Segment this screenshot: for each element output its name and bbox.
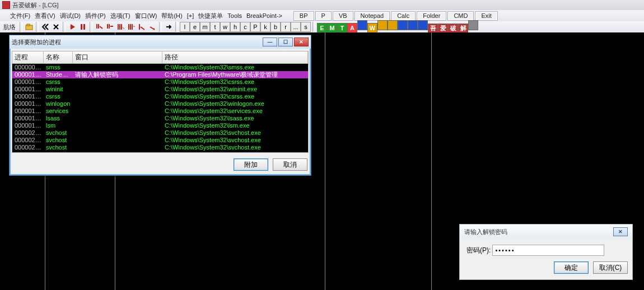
close-button[interactable]: ✕ bbox=[613, 227, 628, 236]
trace-into-icon[interactable] bbox=[115, 22, 125, 32]
menu-item[interactable]: 帮助(H) bbox=[159, 12, 184, 20]
menu-item[interactable]: 窗口(W) bbox=[133, 12, 160, 20]
cancel-button[interactable]: 取消 bbox=[273, 158, 307, 171]
key-button[interactable]: k bbox=[260, 22, 270, 32]
top-button[interactable]: BP bbox=[293, 11, 314, 21]
svg-rect-13 bbox=[132, 24, 133, 30]
color-button[interactable]: W bbox=[367, 23, 377, 33]
separator bbox=[159, 22, 162, 32]
rewind-icon[interactable] bbox=[40, 22, 50, 32]
close-icon[interactable] bbox=[51, 22, 61, 32]
color-button[interactable] bbox=[408, 20, 418, 30]
table-row[interactable]: 000001C8lsassC:\Windows\System32\lsass.e… bbox=[12, 115, 308, 122]
key-button[interactable]: t bbox=[210, 22, 220, 32]
separator bbox=[36, 22, 39, 32]
table-row[interactable]: 000001C0servicesC:\Windows\System32\serv… bbox=[12, 107, 308, 115]
open-icon[interactable] bbox=[24, 22, 34, 32]
menu-item[interactable]: 快捷菜单 bbox=[196, 12, 225, 20]
col-name[interactable]: 名称 bbox=[44, 52, 73, 63]
top-button[interactable]: CMD bbox=[447, 11, 474, 21]
list-header: 进程 名称 窗口 路径 bbox=[12, 51, 309, 63]
key-button[interactable]: ... bbox=[291, 22, 301, 32]
pause-icon[interactable] bbox=[78, 22, 88, 32]
top-button[interactable]: Folder bbox=[417, 11, 446, 21]
separator bbox=[90, 22, 92, 32]
top-button[interactable]: Calc bbox=[391, 11, 416, 21]
dialog-titlebar[interactable]: 选择要附加的进程 — ☐ ✕ bbox=[10, 35, 311, 49]
ok-button[interactable]: 确定 bbox=[554, 261, 589, 274]
menu-item[interactable]: BreakPoint-> bbox=[244, 12, 284, 20]
menu-item[interactable]: 查看(V) bbox=[32, 12, 58, 20]
run-till-ret-icon[interactable] bbox=[137, 22, 147, 32]
status-label: 肮络 bbox=[1, 23, 18, 31]
svg-rect-5 bbox=[98, 24, 99, 29]
table-row[interactable]: 000001D0lsmC:\Windows\System32\lsm.exe bbox=[12, 122, 308, 129]
play-icon[interactable] bbox=[67, 22, 77, 32]
key-button[interactable]: w bbox=[220, 22, 230, 32]
color-button[interactable] bbox=[377, 20, 388, 30]
col-window[interactable]: 窗口 bbox=[73, 52, 162, 63]
dialog-titlebar[interactable]: 请输入解锁密码 ✕ bbox=[460, 224, 632, 239]
key-button[interactable]: P bbox=[250, 22, 260, 32]
attach-dialog: 选择要附加的进程 — ☐ ✕ 进程 名称 窗口 路径 000000D4smssC… bbox=[9, 35, 311, 176]
table-row[interactable]: 00000314svchostC:\Windows\System32\svcho… bbox=[12, 151, 308, 153]
color-button[interactable] bbox=[357, 20, 367, 30]
top-button[interactable]: P bbox=[315, 11, 332, 21]
menu-item[interactable]: 插件(P) bbox=[83, 12, 108, 20]
menu-item[interactable]: Tools bbox=[225, 12, 244, 20]
step-into-icon[interactable] bbox=[94, 22, 104, 32]
color-button[interactable] bbox=[398, 20, 408, 30]
table-row[interactable]: 00000158wininitC:\Windows\System32\winin… bbox=[12, 86, 308, 93]
col-pid[interactable]: 进程 bbox=[12, 52, 44, 63]
pane-splitter[interactable] bbox=[325, 32, 325, 290]
minimize-button[interactable]: — bbox=[263, 38, 277, 46]
key-button[interactable]: e bbox=[190, 22, 200, 32]
svg-rect-6 bbox=[107, 24, 108, 29]
table-row[interactable]: 000000D4smssC:\Windows\System32\smss.exe bbox=[12, 64, 308, 71]
menu-item[interactable]: 选项(T) bbox=[108, 12, 133, 20]
password-dialog: 请输入解锁密码 ✕ 密码(P): 确定 取消(C) bbox=[459, 224, 633, 280]
top-button[interactable]: Exit bbox=[475, 11, 497, 21]
goto-icon[interactable] bbox=[164, 22, 174, 32]
maximize-button[interactable]: ☐ bbox=[278, 38, 293, 46]
menu-item[interactable]: [+] bbox=[185, 12, 197, 20]
table-row[interactable]: 00000160csrssC:\Windows\System32\csrss.e… bbox=[12, 93, 308, 100]
table-row[interactable]: 000002ACsvchostC:\Windows\System32\svcho… bbox=[12, 144, 308, 151]
key-button[interactable]: r bbox=[281, 22, 291, 32]
menu-item[interactable]: 文件(F) bbox=[8, 12, 32, 20]
key-button[interactable]: l bbox=[180, 22, 190, 32]
top-button[interactable]: VB bbox=[333, 11, 353, 21]
key-button[interactable]: c bbox=[240, 22, 250, 32]
col-path[interactable]: 路径 bbox=[162, 52, 308, 63]
color-button[interactable] bbox=[388, 20, 398, 30]
trace-over-icon[interactable] bbox=[126, 22, 136, 32]
key-button[interactable]: h bbox=[230, 22, 240, 32]
color-button[interactable]: M bbox=[327, 23, 337, 33]
attach-button[interactable]: 附加 bbox=[234, 158, 268, 171]
color-button[interactable]: A bbox=[347, 23, 357, 33]
table-row[interactable]: 0000023CsvchostC:\Windows\System32\svcho… bbox=[12, 129, 308, 137]
menu-item[interactable]: 调试(D) bbox=[58, 12, 83, 20]
color-button[interactable]: E bbox=[317, 23, 327, 33]
top-button[interactable]: Notepad bbox=[354, 11, 390, 21]
table-row[interactable]: 00000288svchostC:\Windows\System32\svcho… bbox=[12, 137, 308, 144]
svg-rect-7 bbox=[109, 24, 110, 29]
key-button[interactable]: b bbox=[270, 22, 281, 32]
key-button[interactable]: m bbox=[200, 22, 210, 32]
key-button[interactable]: s bbox=[301, 22, 311, 32]
separator bbox=[175, 22, 178, 32]
table-row[interactable]: 00000124StudentM请输入解锁密码C:\Program Files\… bbox=[12, 71, 308, 78]
cancel-button[interactable]: 取消(C) bbox=[593, 261, 628, 274]
color-button[interactable]: T bbox=[337, 23, 347, 33]
close-button[interactable]: ✕ bbox=[294, 38, 309, 46]
color-button[interactable] bbox=[468, 20, 478, 30]
separator bbox=[63, 22, 66, 32]
color-button[interactable] bbox=[418, 20, 428, 30]
table-row[interactable]: 00000184winlogonC:\Windows\System32\winl… bbox=[12, 100, 308, 107]
table-row[interactable]: 00000130csrssC:\Windows\System32\csrss.e… bbox=[12, 78, 308, 86]
run-icon[interactable] bbox=[147, 22, 157, 32]
pane-splitter[interactable] bbox=[431, 32, 432, 290]
password-input[interactable] bbox=[492, 245, 604, 256]
process-list[interactable]: 000000D4smssC:\Windows\System32\smss.exe… bbox=[12, 63, 309, 153]
step-over-icon[interactable] bbox=[105, 22, 115, 32]
